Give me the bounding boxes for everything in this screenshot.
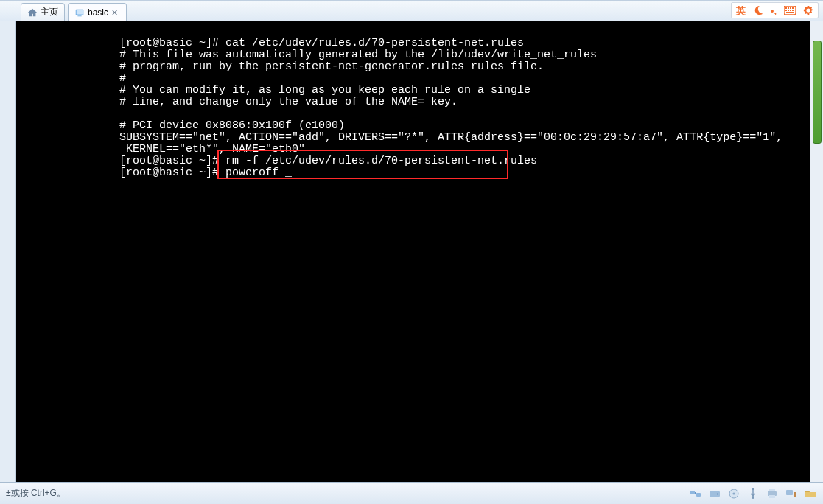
svg-rect-14 bbox=[696, 493, 701, 497]
gear-icon[interactable] bbox=[803, 5, 813, 15]
punct-button[interactable]: •, bbox=[771, 6, 777, 15]
devices-icon[interactable] bbox=[785, 487, 798, 500]
keyboard-icon[interactable] bbox=[784, 6, 796, 15]
close-icon[interactable]: ✕ bbox=[111, 8, 120, 17]
drive-icon[interactable] bbox=[708, 487, 721, 500]
status-text: ±或按 Ctrl+G。 bbox=[6, 487, 66, 500]
svg-rect-1 bbox=[77, 10, 83, 14]
terminal-area[interactable]: [root@basic ~]# cat /etc/udev/rules.d/70… bbox=[16, 21, 823, 482]
printer-icon[interactable] bbox=[766, 487, 779, 500]
svg-point-16 bbox=[717, 493, 718, 494]
svg-rect-22 bbox=[769, 489, 775, 491]
svg-rect-9 bbox=[788, 10, 789, 11]
svg-rect-5 bbox=[788, 7, 789, 9]
lang-button[interactable]: 英 bbox=[736, 6, 746, 15]
svg-rect-20 bbox=[752, 488, 754, 490]
svg-rect-8 bbox=[785, 10, 787, 11]
tab-bar: 主页 basic ✕ bbox=[0, 0, 823, 21]
disc-icon[interactable] bbox=[727, 487, 740, 500]
tray bbox=[689, 487, 817, 500]
svg-rect-13 bbox=[690, 491, 695, 494]
svg-rect-24 bbox=[786, 490, 793, 495]
svg-rect-23 bbox=[769, 495, 775, 498]
top-right-toolbar: 英 •, bbox=[731, 2, 819, 18]
scrollbar-thumb[interactable] bbox=[813, 41, 822, 144]
tab-label: 主页 bbox=[41, 6, 58, 18]
tab-home[interactable]: 主页 bbox=[21, 3, 65, 21]
folder-icon[interactable] bbox=[804, 487, 817, 500]
svg-rect-25 bbox=[794, 492, 796, 497]
status-bar: ±或按 Ctrl+G。 bbox=[0, 482, 823, 504]
svg-rect-11 bbox=[792, 10, 794, 11]
svg-rect-4 bbox=[785, 7, 787, 9]
left-gutter bbox=[0, 21, 16, 482]
svg-rect-10 bbox=[790, 10, 791, 11]
scrollbar-track[interactable] bbox=[810, 21, 823, 482]
svg-point-18 bbox=[732, 492, 735, 494]
svg-point-19 bbox=[752, 496, 754, 499]
vm-icon bbox=[74, 7, 85, 18]
home-icon bbox=[27, 7, 38, 18]
usb-icon[interactable] bbox=[746, 487, 760, 500]
network-icon[interactable] bbox=[689, 487, 702, 500]
tab-basic[interactable]: basic ✕ bbox=[68, 3, 127, 21]
svg-rect-2 bbox=[77, 15, 81, 16]
moon-icon[interactable] bbox=[753, 5, 763, 15]
svg-rect-7 bbox=[792, 7, 794, 9]
svg-rect-12 bbox=[786, 12, 794, 13]
svg-rect-6 bbox=[790, 7, 791, 9]
tab-label: basic bbox=[88, 7, 108, 18]
terminal-output: [root@basic ~]# cat /etc/udev/rules.d/70… bbox=[16, 21, 823, 482]
